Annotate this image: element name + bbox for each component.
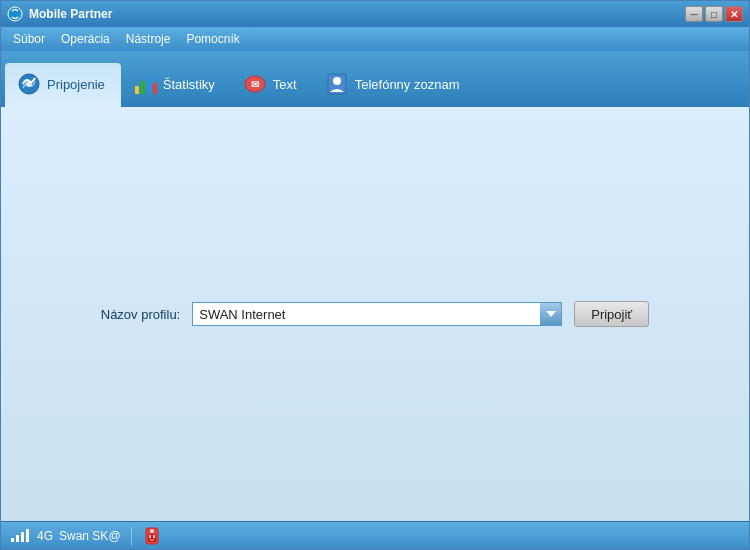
tab-text-label: Text bbox=[273, 77, 297, 92]
title-bar: Mobile Partner ─ □ ✕ bbox=[1, 1, 749, 27]
restore-button[interactable]: □ bbox=[705, 6, 723, 22]
connect-button[interactable]: Pripojiť bbox=[574, 301, 649, 327]
sim-icon bbox=[142, 526, 162, 546]
statistiky-icon bbox=[133, 72, 157, 96]
svg-text:✉: ✉ bbox=[251, 79, 260, 90]
tab-text[interactable]: ✉ Text bbox=[231, 63, 313, 107]
profile-label: Názov profilu: bbox=[101, 307, 180, 322]
profile-select[interactable]: SWAN Internet bbox=[192, 302, 562, 326]
status-divider bbox=[131, 527, 132, 545]
tab-telefonny-zoznam[interactable]: Telefónny zoznam bbox=[313, 63, 476, 107]
tab-pripojenie[interactable]: Pripojenie bbox=[5, 63, 121, 107]
svg-rect-4 bbox=[141, 81, 145, 94]
telefonny-zoznam-icon bbox=[325, 72, 349, 96]
svg-point-15 bbox=[150, 529, 154, 533]
svg-rect-14 bbox=[153, 535, 155, 538]
tab-telefonny-zoznam-label: Telefónny zoznam bbox=[355, 77, 460, 92]
window-title: Mobile Partner bbox=[29, 7, 112, 21]
menu-pomocnik[interactable]: Pomocník bbox=[178, 30, 247, 48]
app-window: Mobile Partner ─ □ ✕ Súbor Operácia Nást… bbox=[0, 0, 750, 550]
svg-rect-5 bbox=[147, 76, 151, 94]
network-label: Swan SK@ bbox=[59, 529, 121, 543]
menu-subor[interactable]: Súbor bbox=[5, 30, 53, 48]
signal-strength-icon bbox=[11, 529, 29, 542]
app-icon bbox=[7, 6, 23, 22]
menu-nastroje[interactable]: Nástroje bbox=[118, 30, 179, 48]
minimize-button[interactable]: ─ bbox=[685, 6, 703, 22]
tab-pripojenie-label: Pripojenie bbox=[47, 77, 105, 92]
status-icon-area bbox=[142, 526, 162, 546]
svg-rect-13 bbox=[149, 535, 151, 538]
title-bar-left: Mobile Partner bbox=[7, 6, 112, 22]
tab-statistiky-label: Štatistiky bbox=[163, 77, 215, 92]
title-bar-controls: ─ □ ✕ bbox=[685, 6, 743, 22]
profile-select-wrapper: SWAN Internet bbox=[192, 302, 562, 326]
signal-type-label: 4G bbox=[37, 529, 53, 543]
status-bar: 4G Swan SK@ bbox=[1, 521, 749, 549]
svg-point-2 bbox=[26, 81, 32, 87]
profile-row: Názov profilu: SWAN Internet Pripojiť bbox=[101, 301, 649, 327]
text-icon: ✉ bbox=[243, 72, 267, 96]
tab-statistiky[interactable]: Štatistiky bbox=[121, 63, 231, 107]
status-left: 4G Swan SK@ bbox=[11, 529, 121, 543]
main-content: Názov profilu: SWAN Internet Pripojiť bbox=[1, 107, 749, 521]
svg-point-10 bbox=[333, 77, 341, 85]
close-button[interactable]: ✕ bbox=[725, 6, 743, 22]
menu-bar: Súbor Operácia Nástroje Pomocník bbox=[1, 27, 749, 51]
svg-rect-3 bbox=[135, 86, 139, 94]
tab-bar: Pripojenie Štatistiky ✉ Text bbox=[1, 51, 749, 107]
pripojenie-icon bbox=[17, 72, 41, 96]
menu-operacia[interactable]: Operácia bbox=[53, 30, 118, 48]
svg-rect-6 bbox=[153, 83, 157, 94]
